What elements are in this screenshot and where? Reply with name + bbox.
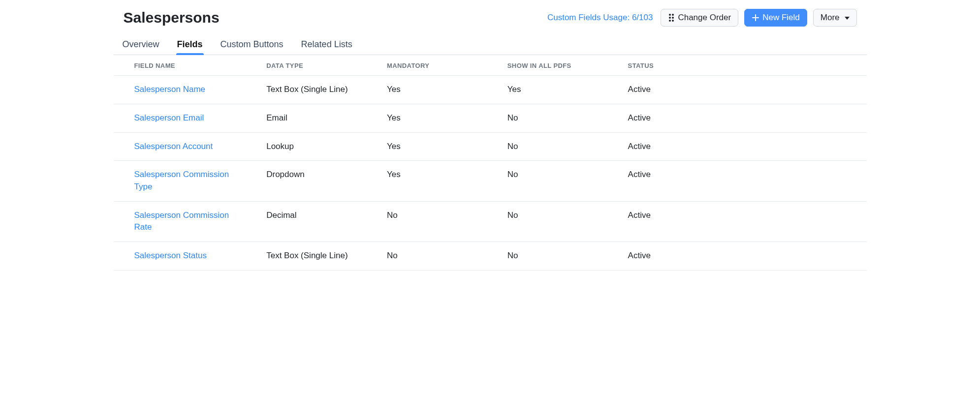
column-header: MANDATORY (377, 55, 498, 76)
tab-related-lists[interactable]: Related Lists (300, 37, 353, 55)
cell-status: Active (618, 76, 867, 104)
cell-show-pdf: No (498, 241, 618, 270)
field-name-link[interactable]: Salesperson Email (134, 113, 204, 122)
cell-show-pdf: No (498, 104, 618, 133)
more-button[interactable]: More (813, 9, 857, 27)
tab-fields[interactable]: Fields (176, 37, 204, 55)
cell-mandatory: Yes (377, 132, 498, 161)
tab-custom-buttons[interactable]: Custom Buttons (220, 37, 285, 55)
table-row: Salesperson NameText Box (Single Line)Ye… (114, 76, 867, 104)
cell-show-pdf: No (498, 161, 618, 201)
table-row: Salesperson Commission RateDecimalNoNoAc… (114, 201, 867, 241)
change-order-label: Change Order (678, 13, 731, 23)
chevron-down-icon (845, 17, 850, 20)
cell-show-pdf: Yes (498, 76, 618, 104)
custom-fields-usage-link[interactable]: Custom Fields Usage: 6/103 (547, 13, 655, 23)
drag-handle-icon (668, 14, 675, 22)
page-title: Salespersons (124, 9, 220, 26)
cell-mandatory: No (377, 241, 498, 270)
column-header: FIELD NAME (114, 55, 257, 76)
column-header: STATUS (618, 55, 867, 76)
table-row: Salesperson AccountLookupYesNoActive (114, 132, 867, 161)
table-row: Salesperson EmailEmailYesNoActive (114, 104, 867, 133)
new-field-button[interactable]: New Field (744, 9, 807, 27)
new-field-label: New Field (762, 13, 800, 23)
tab-overview[interactable]: Overview (122, 37, 160, 55)
more-label: More (821, 13, 840, 23)
fields-table: FIELD NAMEDATA TYPEMANDATORYSHOW IN ALL … (114, 55, 867, 270)
field-name-link[interactable]: Salesperson Name (134, 85, 206, 94)
cell-data-type: Text Box (Single Line) (256, 241, 377, 270)
cell-status: Active (618, 201, 867, 241)
cell-data-type: Dropdown (256, 161, 377, 201)
cell-status: Active (618, 241, 867, 270)
cell-mandatory: Yes (377, 161, 498, 201)
cell-data-type: Lookup (256, 132, 377, 161)
change-order-button[interactable]: Change Order (661, 9, 738, 27)
header-actions: Custom Fields Usage: 6/103 Change Order … (547, 9, 857, 27)
cell-mandatory: Yes (377, 104, 498, 133)
cell-data-type: Decimal (256, 201, 377, 241)
field-name-link[interactable]: Salesperson Commission Rate (134, 210, 229, 232)
field-name-link[interactable]: Salesperson Commission Type (134, 170, 229, 191)
table-row: Salesperson Commission TypeDropdownYesNo… (114, 161, 867, 201)
tabs-bar: OverviewFieldsCustom ButtonsRelated List… (114, 32, 867, 55)
cell-status: Active (618, 104, 867, 133)
cell-mandatory: Yes (377, 76, 498, 104)
cell-show-pdf: No (498, 132, 618, 161)
cell-status: Active (618, 161, 867, 201)
cell-mandatory: No (377, 201, 498, 241)
field-name-link[interactable]: Salesperson Account (134, 142, 213, 151)
table-row: Salesperson StatusText Box (Single Line)… (114, 241, 867, 270)
cell-data-type: Email (256, 104, 377, 133)
column-header: DATA TYPE (256, 55, 377, 76)
plus-icon (752, 14, 759, 22)
field-name-link[interactable]: Salesperson Status (134, 251, 207, 260)
cell-data-type: Text Box (Single Line) (256, 76, 377, 104)
cell-status: Active (618, 132, 867, 161)
column-header: SHOW IN ALL PDFS (498, 55, 618, 76)
cell-show-pdf: No (498, 201, 618, 241)
